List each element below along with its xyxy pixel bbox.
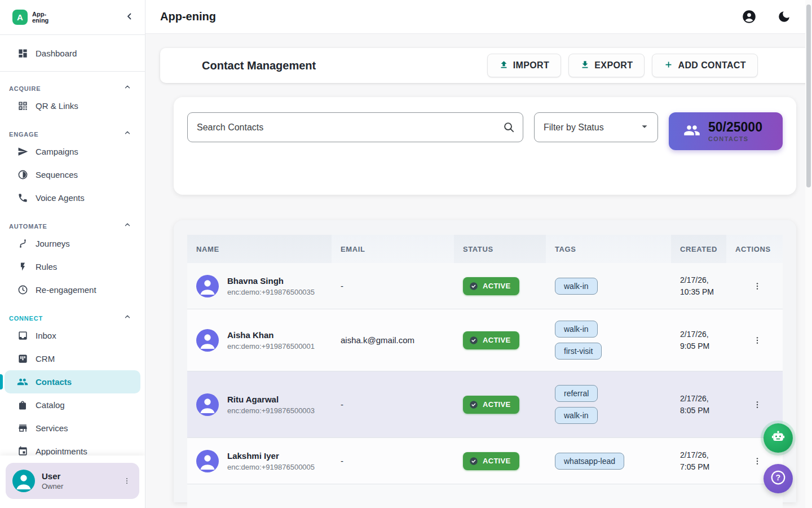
table-row[interactable]: Aisha Khan enc:demo:+919876500001 aisha.… xyxy=(187,309,783,371)
lightning-bolt-icon xyxy=(17,261,28,273)
row-actions-menu-button[interactable] xyxy=(750,279,765,294)
chatbot-fab[interactable] xyxy=(764,423,793,453)
table-header-row: NAME EMAIL STATUS TAGS CREATED ACTIONS xyxy=(187,235,783,263)
brand-name-bottom: ening xyxy=(32,17,48,24)
table-row[interactable]: Bhavna Singh enc:demo:+919876500035 - AC… xyxy=(187,263,783,309)
scrollbar-thumb[interactable] xyxy=(806,5,811,187)
column-header-tags[interactable]: TAGS xyxy=(546,235,671,263)
sidebar-item-re-engagement[interactable]: Re-engagement xyxy=(5,278,140,301)
contacts-table-card: NAME EMAIL STATUS TAGS CREATED ACTIONS B… xyxy=(174,220,796,502)
contact-phone: enc:demo:+919876500005 xyxy=(227,463,315,471)
tag-chip: first-visit xyxy=(555,343,602,360)
user-role: Owner xyxy=(42,482,63,491)
brand-name-top: App- xyxy=(32,11,48,17)
user-name: User xyxy=(42,471,63,481)
table-row[interactable]: Lakshmi Iyer enc:demo:+919876500005 - AC… xyxy=(187,438,783,484)
contact-email: - xyxy=(332,281,454,291)
section-header-connect[interactable]: CONNECT xyxy=(0,305,145,324)
sidebar-item-sequences[interactable]: Sequences xyxy=(5,163,140,186)
tag-chip: walk-in xyxy=(555,407,598,424)
search-field-wrap xyxy=(187,112,523,142)
sidebar-collapse-button[interactable] xyxy=(125,11,135,24)
kanban-icon xyxy=(17,353,28,365)
upload-icon xyxy=(499,60,509,72)
account-button[interactable] xyxy=(741,9,757,25)
contact-toolbar: Contact Management IMPORT EXPORT ADD CON… xyxy=(160,48,812,83)
section-header-engage[interactable]: ENGAGE xyxy=(0,121,145,140)
dashboard-grid-icon xyxy=(17,47,28,59)
contact-email: aisha.k@gmail.com xyxy=(332,335,454,345)
row-actions-menu-button[interactable] xyxy=(750,333,765,348)
sidebar-item-label: Dashboard xyxy=(36,49,77,58)
question-mark-icon: ? xyxy=(770,469,787,488)
shopping-bag-icon xyxy=(17,400,28,411)
section-header-automate[interactable]: AUTOMATE xyxy=(0,213,145,232)
status-label: ACTIVE xyxy=(483,282,510,290)
sidebar-item-inbox[interactable]: Inbox xyxy=(5,324,140,347)
sidebar-item-qr-links[interactable]: QR & Links xyxy=(5,94,140,117)
table-row[interactable]: Jyoti Rawat ACTIVE campaign-lead 2/17/26… xyxy=(187,484,783,508)
user-avatar xyxy=(12,470,35,492)
chevron-up-icon xyxy=(123,313,131,322)
import-button[interactable]: IMPORT xyxy=(487,54,562,77)
row-actions-menu-button[interactable] xyxy=(750,454,765,468)
sidebar-item-voice-agents[interactable]: Voice Agents xyxy=(5,186,140,209)
export-button[interactable]: EXPORT xyxy=(568,54,645,77)
column-header-actions[interactable]: ACTIONS xyxy=(726,235,783,263)
search-input[interactable] xyxy=(187,112,523,142)
dark-mode-toggle[interactable] xyxy=(776,9,792,25)
tag-chip: walk-in xyxy=(555,321,598,338)
storefront-icon xyxy=(17,423,28,434)
add-contact-button[interactable]: ADD CONTACT xyxy=(652,54,758,77)
sidebar-user-footer: User Owner xyxy=(0,456,145,508)
status-filter-label: Filter by Status xyxy=(544,122,604,133)
column-header-name[interactable]: NAME xyxy=(187,235,332,263)
contact-name: Lakshmi Iyer xyxy=(227,451,315,461)
section-header-acquire[interactable]: ACQUIRE xyxy=(0,75,145,94)
sidebar-item-campaigns[interactable]: Campaigns xyxy=(5,140,140,163)
status-label: ACTIVE xyxy=(483,336,510,344)
table-row[interactable]: Ritu Agarwal enc:demo:+919876500003 - AC… xyxy=(187,371,783,438)
column-header-created[interactable]: CREATED xyxy=(671,235,726,263)
sidebar-item-label: Campaigns xyxy=(36,147,78,156)
help-fab[interactable]: ? xyxy=(764,464,793,493)
sidebar-item-services[interactable]: Services xyxy=(5,417,140,440)
contact-count-label: CONTACTS xyxy=(708,135,762,142)
sidebar-item-catalog[interactable]: Catalog xyxy=(5,393,140,417)
sidebar-item-label: Journeys xyxy=(36,239,70,248)
contact-name: Bhavna Singh xyxy=(227,276,315,286)
row-actions-menu-button[interactable] xyxy=(750,397,765,412)
contact-name: Ritu Agarwal xyxy=(227,395,315,404)
search-icon xyxy=(502,121,515,136)
chevron-left-icon xyxy=(125,11,135,24)
sidebar-item-dashboard[interactable]: Dashboard xyxy=(5,41,140,65)
sidebar-item-crm[interactable]: CRM xyxy=(5,347,140,370)
sidebar-item-journeys[interactable]: Journeys xyxy=(5,232,140,255)
user-card[interactable]: User Owner xyxy=(6,463,139,499)
inbox-icon xyxy=(17,330,28,341)
status-badge: ACTIVE xyxy=(463,396,519,414)
created-at: 2/17/26,9:05 PM xyxy=(671,329,726,352)
half-circle-icon xyxy=(17,169,28,181)
status-badge: ACTIVE xyxy=(463,452,519,470)
sidebar-item-label: Voice Agents xyxy=(36,193,85,203)
sidebar-item-contacts[interactable]: Contacts xyxy=(5,370,140,393)
user-menu-button[interactable] xyxy=(120,474,134,488)
sidebar-item-label: CRM xyxy=(36,354,55,364)
section-label: CONNECT xyxy=(9,315,43,322)
import-label: IMPORT xyxy=(513,60,550,71)
download-icon xyxy=(580,60,590,72)
contact-name: Aisha Khan xyxy=(227,330,315,340)
section-label: ENGAGE xyxy=(9,131,38,138)
status-filter-select[interactable]: Filter by Status xyxy=(534,112,658,142)
add-contact-label: ADD CONTACT xyxy=(678,60,746,71)
sidebar-item-label: Services xyxy=(36,423,68,433)
tag-chip: walk-in xyxy=(555,278,598,295)
scrollbar-track[interactable] xyxy=(805,0,812,508)
sidebar-item-rules[interactable]: Rules xyxy=(5,255,140,278)
column-header-email[interactable]: EMAIL xyxy=(332,235,454,263)
column-header-status[interactable]: STATUS xyxy=(454,235,546,263)
contact-phone: enc:demo:+919876500003 xyxy=(227,406,315,415)
status-badge: ACTIVE xyxy=(463,331,519,349)
brand-name: App- ening xyxy=(32,11,48,24)
